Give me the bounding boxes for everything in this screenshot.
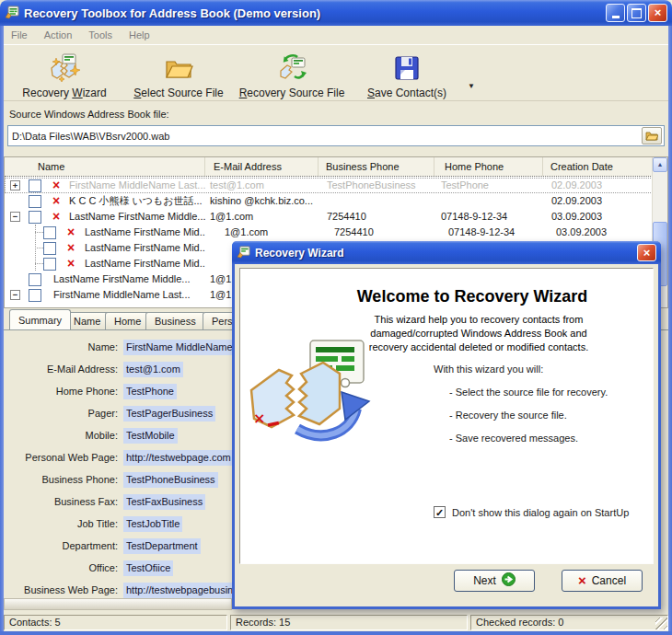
tab-name[interactable]: Name [64, 312, 110, 329]
dialog-content: Welcome to Recovery Wizard This wizard h… [239, 268, 654, 564]
field-label-home-phone: Home Phone: [4, 384, 118, 399]
window-title: Recovery Toolbox for Address Book (Demo … [24, 6, 604, 20]
dialog-titlebar: Recovery Wizard × [232, 241, 661, 264]
deleted-x-icon: × [67, 225, 75, 239]
close-button[interactable]: × [648, 4, 667, 22]
row-checkbox[interactable] [29, 179, 41, 192]
deleted-x-icon: × [52, 193, 60, 208]
contact-business-phone: TestPhoneBusiness [319, 178, 434, 193]
row-checkbox[interactable] [43, 258, 56, 271]
minimize-icon [612, 16, 620, 18]
row-checkbox[interactable] [29, 195, 41, 208]
cancel-x-icon: × [578, 574, 586, 587]
menu-file[interactable]: File [4, 28, 37, 42]
source-file-input[interactable]: D:\Data Files\WAB\VBsrv2000.wab [7, 125, 665, 146]
row-checkbox[interactable] [43, 242, 56, 255]
status-bar: Contacts: 5 Records: 15 Checked records:… [4, 612, 668, 631]
field-label-office: Office: [4, 560, 118, 576]
menu-tools[interactable]: Tools [81, 28, 122, 42]
next-button[interactable]: Next [454, 570, 535, 592]
contact-name: LastName FirstName Middle... [53, 271, 191, 287]
col-name[interactable]: Name [5, 157, 205, 176]
cancel-button[interactable]: × Cancel [562, 570, 643, 592]
tab-home[interactable]: Home [105, 312, 150, 329]
contact-business-phone: 7254410 [319, 225, 434, 240]
table-row[interactable]: × LastName FirstName Mid... 1@1.com 7254… [5, 225, 655, 240]
col-home-phone[interactable]: Home Phone [434, 157, 543, 176]
tab-summary[interactable]: Summary [9, 309, 71, 329]
close-icon: × [643, 245, 651, 261]
contact-name: LastName FirstName Mid... [85, 225, 205, 240]
table-row[interactable]: × K C C 小熊様 いつもお世話... kishino @kchk.biz.… [5, 193, 655, 209]
horizontal-scrollbar[interactable] [4, 598, 232, 610]
contact-name: LastName FirstName Mid... [85, 256, 205, 271]
wizard-will-label: With this wizard you will: [434, 364, 543, 375]
recovery-wizard-label: Recovery Wizard [22, 87, 106, 99]
field-value-job-title[interactable]: TestJobTitle [123, 516, 182, 532]
dialog-close-button[interactable]: × [637, 244, 656, 261]
field-value-email[interactable]: test@1.com [123, 362, 183, 377]
save-contacts-label: Save Contact(s) [367, 87, 446, 99]
row-checkbox[interactable] [43, 226, 56, 239]
minimize-button[interactable] [606, 4, 625, 22]
recovery-wizard-icon [49, 52, 80, 85]
field-label-pager: Pager: [4, 406, 118, 421]
field-value-mobile[interactable]: TestMobile [123, 428, 178, 444]
wizard-recovery-icon: × [244, 335, 373, 455]
row-checkbox[interactable] [29, 289, 41, 302]
col-creation-date[interactable]: Creation Date [543, 157, 655, 176]
expand-minus-icon[interactable]: − [10, 290, 20, 300]
field-value-personal-web[interactable]: http://testwebpage.com [123, 450, 234, 466]
field-value-office[interactable]: TestOfiice [123, 560, 173, 576]
scroll-up-icon[interactable]: ▲ [653, 157, 667, 172]
save-contacts-button[interactable]: Save Contact(s) [361, 48, 453, 99]
close-icon: × [655, 5, 662, 21]
save-dropdown-arrow-icon[interactable]: ▼ [468, 82, 475, 90]
maximize-button[interactable] [627, 4, 646, 22]
table-row[interactable]: + × FirstName MiddleName Last... test@1.… [5, 178, 655, 193]
dont-show-label: Don't show this dialog again on StartUp [452, 507, 629, 518]
field-label-email: E-Mail Address: [4, 362, 118, 377]
dont-show-checkbox[interactable]: ✓ [434, 506, 446, 518]
tree-line [35, 263, 43, 264]
status-checked-records: Checked records: 0 [470, 615, 668, 630]
tree-line [35, 248, 43, 248]
tree-line [35, 232, 43, 233]
row-checkbox[interactable] [29, 273, 41, 286]
select-source-file-button[interactable]: Select Source File [131, 48, 226, 99]
field-value-home-phone[interactable]: TestPhone [123, 384, 177, 399]
window-border-bottom [0, 631, 672, 635]
table-row[interactable]: − × LastName FirstName Middle... 1@1.com… [5, 209, 655, 225]
deleted-x-icon: × [67, 256, 75, 271]
browse-button[interactable] [642, 127, 662, 144]
wizard-bullet: - Save recovered messages. [449, 433, 578, 444]
field-label-mobile: Mobile: [4, 428, 118, 444]
field-value-business-fax[interactable]: TestFaxBusiness [123, 494, 205, 510]
browse-folder-icon [645, 131, 658, 142]
window-border-right [668, 26, 672, 635]
contact-home-phone: 07148-9-12-34 [434, 225, 543, 240]
expand-plus-icon[interactable]: + [10, 180, 20, 190]
recovery-source-file-button[interactable]: Recovery Source File [238, 48, 346, 99]
col-email[interactable]: E-Mail Address [205, 157, 319, 176]
grid-header: Name E-Mail Address Business Phone Home … [5, 157, 655, 177]
resize-grip[interactable] [655, 618, 667, 629]
tab-business[interactable]: Business [145, 312, 205, 329]
field-value-department[interactable]: TestDepartment [123, 538, 201, 554]
expand-minus-icon[interactable]: − [10, 212, 20, 222]
field-value-business-phone[interactable]: TestPhoneBusiness [123, 472, 218, 488]
contact-email: 1@1.com [205, 209, 319, 225]
save-floppy-icon [393, 52, 421, 85]
field-value-pager[interactable]: TestPagerBusiness [123, 406, 215, 421]
menu-help[interactable]: Help [122, 28, 159, 42]
wizard-bullet: - Recovery the source file. [449, 410, 567, 421]
app-window: Recovery Toolbox for Address Book (Demo … [0, 0, 672, 635]
row-checkbox[interactable] [29, 211, 41, 224]
col-business-phone[interactable]: Business Phone [319, 157, 434, 176]
contact-name: LastName FirstName Mid... [85, 240, 205, 256]
dialog-title: Recovery Wizard [255, 247, 637, 260]
recovery-wizard-button[interactable]: Recovery Wizard [11, 48, 118, 99]
menu-action[interactable]: Action [37, 28, 82, 42]
select-source-file-label: Select Source File [133, 87, 223, 99]
contact-created: 03.09.2003 [543, 225, 655, 240]
